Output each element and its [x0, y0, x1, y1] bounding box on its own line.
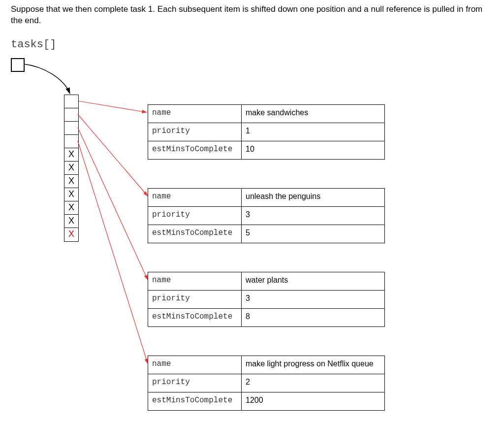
field-label: name [148, 105, 242, 123]
field-label: name [148, 356, 242, 374]
array-cell [64, 95, 78, 108]
array-cell: X [64, 188, 78, 201]
array-cell [64, 135, 78, 148]
field-label: estMinsToComplete [148, 225, 242, 243]
root-reference-box [11, 58, 25, 72]
field-value: make light progress on Netflix queue [242, 356, 384, 374]
field-value: 1 [242, 123, 384, 141]
field-value: water plants [242, 272, 384, 290]
field-value: 10 [242, 141, 384, 159]
field-label: estMinsToComplete [148, 392, 242, 410]
field-value: make sandwiches [242, 105, 384, 123]
task-object: name make light progress on Netflix queu… [148, 356, 385, 411]
field-value: unleash the penguins [242, 189, 384, 206]
array-cell: X [64, 162, 78, 175]
svg-line-1 [78, 114, 148, 196]
array-cell-new-null: X [64, 228, 78, 241]
field-label: name [148, 272, 242, 290]
svg-line-3 [78, 141, 148, 363]
field-label: priority [148, 374, 242, 392]
intro-text: Suppose that we then complete task 1. Ea… [11, 4, 493, 27]
array-cell [64, 122, 78, 135]
field-value: 5 [242, 225, 384, 243]
task-object: name water plants priority 3 estMinsToCo… [148, 272, 385, 327]
array-label: tasks[] [11, 38, 56, 51]
array-cell: X [64, 148, 78, 162]
field-label: priority [148, 123, 242, 141]
field-label: estMinsToComplete [148, 141, 242, 159]
field-value: 8 [242, 309, 384, 326]
field-value: 3 [242, 291, 384, 308]
svg-line-0 [78, 101, 147, 112]
field-value: 2 [242, 374, 384, 392]
array-cell: X [64, 201, 78, 215]
field-label: name [148, 189, 242, 206]
field-value: 3 [242, 207, 384, 225]
array-cell [64, 108, 78, 122]
array-column: X X X X X X X [64, 95, 79, 242]
field-label: priority [148, 207, 242, 225]
svg-line-2 [78, 128, 148, 280]
field-label: estMinsToComplete [148, 309, 242, 326]
field-label: priority [148, 291, 242, 308]
field-value: 1200 [242, 392, 384, 410]
task-object: name make sandwiches priority 1 estMinsT… [148, 104, 385, 160]
array-cell: X [64, 175, 78, 188]
task-object: name unleash the penguins priority 3 est… [148, 188, 385, 243]
array-cell: X [64, 215, 78, 228]
